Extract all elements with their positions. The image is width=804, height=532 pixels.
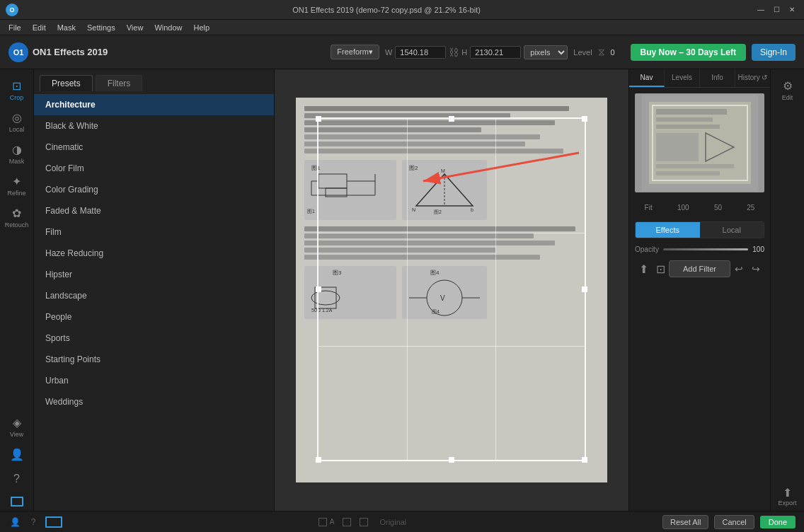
menu-edit[interactable]: Edit [27, 22, 52, 33]
menu-help[interactable]: Help [188, 22, 216, 33]
edit-label: Edit [782, 94, 793, 101]
fit-button[interactable]: Fit [642, 202, 655, 213]
zoom-100-button[interactable]: 100 [674, 202, 692, 213]
reset-all-button[interactable]: Reset All [662, 515, 708, 529]
sidebar-item-help[interactable]: ? [1, 468, 33, 491]
crop-handle-bl[interactable] [316, 457, 321, 463]
list-item[interactable]: Color Grading [34, 179, 274, 200]
list-item[interactable]: Landscape [34, 285, 274, 306]
minimize-button[interactable]: — [754, 4, 767, 16]
add-filter-button[interactable]: Add Filter [669, 260, 730, 277]
list-item[interactable]: Sports [34, 328, 274, 349]
crop-grid-v2 [495, 119, 496, 460]
check-c-box[interactable] [360, 518, 368, 526]
thumbnail-image [642, 95, 758, 191]
list-item[interactable]: People [34, 306, 274, 328]
signin-button[interactable]: Sign-In [752, 44, 796, 61]
crop-handle-tl[interactable] [316, 116, 321, 122]
width-input[interactable] [395, 46, 446, 59]
menu-mask[interactable]: Mask [52, 22, 81, 33]
crop-handle-mr[interactable] [582, 287, 587, 292]
list-item[interactable]: Cinematic [34, 137, 274, 158]
tab-levels[interactable]: Levels [665, 69, 700, 87]
list-item[interactable]: Architecture [34, 94, 274, 115]
app-logo: O [6, 4, 18, 16]
checkbox-b[interactable] [343, 518, 351, 526]
checkbox-c[interactable] [360, 518, 368, 526]
svg-text:图1: 图1 [307, 209, 315, 214]
svg-rect-29 [656, 109, 727, 115]
export-icon[interactable]: ⬆ [635, 260, 652, 277]
tab-info[interactable]: Info [700, 69, 735, 87]
sidebar-item-refine[interactable]: ✦ Refine [1, 170, 33, 201]
crop-handle-bm[interactable] [449, 457, 454, 463]
freeform-button[interactable]: Freeform▾ [331, 45, 379, 59]
list-item[interactable]: Hipster [34, 264, 274, 285]
app-logo-toolbar: O1 ON1 Effects 2019 [8, 42, 108, 62]
crop-handle-tr[interactable] [582, 116, 587, 122]
export-side-button[interactable]: ⬆ Export [772, 482, 803, 511]
sidebar-item-local[interactable]: ◎ Local [1, 107, 33, 137]
opacity-label: Opacity [635, 245, 659, 253]
menu-view[interactable]: View [121, 22, 149, 33]
tab-effects[interactable]: Effects [636, 222, 700, 238]
list-item[interactable]: Black & White [34, 115, 274, 137]
list-item[interactable]: Faded & Matte [34, 200, 274, 221]
zoom-50-button[interactable]: 50 [711, 202, 725, 213]
level-label: Level [573, 48, 592, 57]
tab-nav[interactable]: Nav [629, 69, 665, 87]
right-tabs: Nav Levels Info History ↺ [629, 69, 770, 88]
list-item[interactable]: Haze Reducing [34, 243, 274, 264]
status-checkboxes: A [318, 518, 369, 526]
list-item[interactable]: Film [34, 221, 274, 243]
unit-select[interactable]: pixels inches cm [524, 45, 568, 59]
menu-settings[interactable]: Settings [81, 22, 121, 33]
menu-window[interactable]: Window [149, 22, 188, 33]
statusbar: 👤 ? A Original Reset All Cancel Done [0, 511, 804, 532]
sidebar-item-square[interactable] [1, 492, 33, 511]
undo-icon[interactable]: ↩ [730, 260, 747, 277]
cancel-button[interactable]: Cancel [714, 515, 754, 529]
check-a-label: A [330, 518, 335, 526]
svg-rect-30 [656, 117, 713, 122]
tab-local[interactable]: Local [700, 222, 764, 238]
zoom-25-button[interactable]: 25 [744, 202, 757, 213]
sidebar-item-user[interactable]: 👤 [1, 444, 33, 467]
menubar: File Edit Mask Settings View Window Help [0, 20, 804, 35]
sidebar-item-retouch[interactable]: ✿ Retouch [1, 202, 33, 233]
tab-presets[interactable]: Presets [40, 75, 93, 91]
check-b-box[interactable] [343, 518, 351, 526]
view-toggle-icon[interactable]: ⊡ [652, 260, 669, 277]
level-icon: ⧖ [598, 46, 605, 58]
list-item[interactable]: Starting Points [34, 349, 274, 370]
chain-icon: ⛓ [449, 47, 459, 58]
tab-filters[interactable]: Filters [96, 75, 143, 91]
crop-handle-ml[interactable] [316, 287, 321, 292]
help-status-icon[interactable]: ? [27, 516, 40, 528]
retouch-icon: ✿ [12, 207, 21, 220]
mask-icon: ◑ [12, 143, 22, 156]
buy-button[interactable]: Buy Now – 30 Days Left [631, 44, 746, 61]
list-item[interactable]: Urban [34, 370, 274, 391]
crop-overlay[interactable] [317, 117, 586, 461]
crop-handle-br[interactable] [582, 457, 587, 463]
height-input[interactable] [470, 46, 521, 59]
check-a-box[interactable] [318, 518, 327, 526]
redo-icon[interactable]: ↪ [747, 260, 764, 277]
opacity-slider[interactable] [663, 248, 748, 250]
sidebar-item-view[interactable]: ◈ View [1, 412, 33, 442]
list-item[interactable]: Weddings [34, 391, 274, 412]
close-button[interactable]: ✕ [786, 4, 798, 16]
checkbox-a[interactable]: A [318, 518, 335, 526]
color-swatch[interactable] [45, 516, 62, 528]
tab-history[interactable]: History ↺ [735, 69, 770, 87]
maximize-button[interactable]: ☐ [770, 4, 783, 16]
crop-handle-tm[interactable] [449, 116, 454, 122]
sidebar-item-edit[interactable]: ⚙ Edit [772, 75, 803, 105]
sidebar-item-crop[interactable]: ⊡ Crop [1, 75, 33, 105]
sidebar-item-mask[interactable]: ◑ Mask [1, 139, 33, 169]
menu-file[interactable]: File [3, 22, 27, 33]
user-status-icon[interactable]: 👤 [8, 516, 21, 528]
done-button[interactable]: Done [760, 516, 796, 528]
list-item[interactable]: Color Film [34, 158, 274, 179]
